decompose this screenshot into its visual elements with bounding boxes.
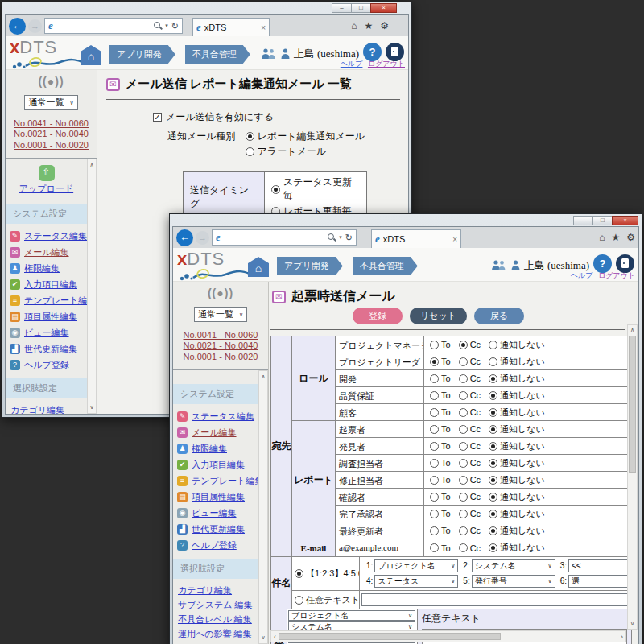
sidebar-item-label[interactable]: 入力項目編集 bbox=[192, 459, 245, 471]
subject-select-2[interactable]: システム名∨ bbox=[472, 559, 555, 572]
notify-option-none[interactable]: 通知しない bbox=[489, 390, 545, 402]
sidebar-item[interactable]: ✎ ステータス編集 bbox=[173, 408, 258, 424]
upload-link[interactable]: アップロード bbox=[19, 184, 73, 193]
subject-select-4[interactable]: ステータス∨ bbox=[374, 575, 458, 588]
horizontal-scrollbar[interactable]: ‹ › bbox=[270, 630, 626, 642]
radio-to[interactable] bbox=[430, 391, 439, 400]
scroll-up-icon[interactable]: ∧ bbox=[630, 327, 634, 333]
sidebar-item-label[interactable]: 項目属性編集 bbox=[24, 311, 77, 323]
sidebar-item-label[interactable]: テンプレート編集 bbox=[24, 295, 87, 307]
radio-to[interactable] bbox=[430, 510, 439, 518]
sidebar-item[interactable]: ✔ 入力項目編集 bbox=[6, 276, 87, 292]
nav-tab[interactable]: アプリ開発 bbox=[277, 257, 343, 275]
scroll-down-icon[interactable]: ∨ bbox=[630, 621, 634, 627]
notify-option-none[interactable]: 通知しない bbox=[489, 542, 545, 554]
sidebar-item[interactable]: ▟ 世代更新編集 bbox=[6, 341, 87, 357]
sidebar-item-label[interactable]: メール編集 bbox=[192, 427, 237, 439]
help-link[interactable]: ヘルプ bbox=[341, 60, 363, 68]
sidebar-item-label[interactable]: メール編集 bbox=[24, 246, 69, 258]
sidebar-item[interactable]: ✔ 入力項目編集 bbox=[173, 456, 258, 473]
page-range-link[interactable]: No.0041 - No.0060 bbox=[14, 118, 89, 128]
radio-cc[interactable] bbox=[459, 341, 468, 349]
help-link[interactable]: ヘルプ bbox=[571, 271, 593, 279]
subject-select-5[interactable]: 発行番号∨ bbox=[472, 575, 555, 588]
radio-to[interactable] bbox=[430, 459, 439, 468]
search-icon[interactable] bbox=[154, 22, 162, 30]
notify-option-to[interactable]: To bbox=[430, 424, 451, 434]
scroll-down-icon[interactable]: ∨ bbox=[89, 404, 93, 411]
sidebar-item[interactable]: ◉ ビュー編集 bbox=[6, 324, 87, 341]
logout-link[interactable]: ログアウト bbox=[598, 271, 635, 279]
minimize-button[interactable]: – bbox=[573, 216, 593, 225]
gear-icon[interactable]: ⚙ bbox=[380, 20, 389, 31]
radio-to[interactable] bbox=[430, 442, 439, 451]
page-range-link[interactable]: No.0021 - No.0040 bbox=[184, 341, 258, 350]
radio-to[interactable] bbox=[430, 341, 439, 349]
sidebar-item-label[interactable]: 運用への影響 編集 bbox=[178, 629, 252, 638]
maximize-button[interactable]: □ bbox=[592, 216, 613, 225]
radio-none[interactable] bbox=[489, 526, 497, 535]
notify-option-cc[interactable]: Cc bbox=[459, 526, 481, 535]
star-icon[interactable]: ★ bbox=[611, 232, 620, 243]
radio-cc[interactable] bbox=[459, 374, 468, 383]
sidebar-item-label[interactable]: 権限編集 bbox=[24, 262, 60, 275]
notify-option-none[interactable]: 通知しない bbox=[489, 339, 545, 351]
home-icon[interactable]: ⌂ bbox=[599, 232, 605, 243]
forward-icon[interactable]: → bbox=[196, 231, 209, 245]
radio-cc[interactable] bbox=[459, 408, 468, 417]
sidebar-item-label[interactable]: カテゴリ編集 bbox=[10, 405, 64, 415]
radio-to[interactable] bbox=[430, 357, 439, 366]
notify-option-none[interactable]: 通知しない bbox=[489, 525, 545, 537]
scroll-left-icon[interactable]: ‹ bbox=[274, 633, 276, 641]
sidebar-item-label[interactable]: ヘルプ登録 bbox=[192, 539, 237, 551]
radio-none[interactable] bbox=[489, 459, 497, 468]
radio-cc[interactable] bbox=[459, 493, 468, 502]
forward-icon[interactable]: → bbox=[28, 19, 42, 33]
timing-radio[interactable] bbox=[271, 185, 280, 194]
radio-none[interactable] bbox=[489, 510, 497, 518]
sidebar-item[interactable]: ◉ ビュー編集 bbox=[173, 505, 258, 521]
star-icon[interactable]: ★ bbox=[364, 20, 373, 31]
radio-none[interactable] bbox=[489, 493, 497, 502]
radio-to[interactable] bbox=[430, 408, 439, 417]
radio-cc[interactable] bbox=[459, 543, 468, 552]
tab-close-icon[interactable]: × bbox=[452, 235, 457, 244]
tab-xdts[interactable]: e xDTS × bbox=[192, 18, 270, 36]
nav-tab[interactable]: 不具合管理 bbox=[185, 45, 250, 64]
radio-none[interactable] bbox=[489, 543, 497, 552]
sidebar-item-label[interactable]: 項目属性編集 bbox=[192, 491, 245, 503]
nav-tab[interactable]: アプリ開発 bbox=[109, 45, 175, 64]
scroll-right-icon[interactable]: › bbox=[621, 633, 623, 641]
address-bar[interactable]: e ▾ ↻ bbox=[44, 18, 183, 34]
notify-option-to[interactable]: To bbox=[430, 509, 451, 518]
subject-select-1[interactable]: プロジェクト名∨ bbox=[374, 559, 458, 572]
sidebar-item[interactable]: ? ヘルプ登録 bbox=[173, 537, 258, 553]
tab-xdts[interactable]: e xDTS × bbox=[371, 229, 461, 248]
radio-none[interactable] bbox=[489, 357, 497, 366]
sidebar-scrollbar[interactable]: ∧ ∨ bbox=[258, 370, 268, 644]
enable-mail-checkbox[interactable] bbox=[153, 113, 162, 122]
page-range-link[interactable]: No.0041 - No.0060 bbox=[184, 330, 258, 340]
notify-option-to[interactable]: To bbox=[430, 407, 451, 417]
search-icon[interactable] bbox=[328, 233, 336, 242]
scroll-up-icon[interactable]: ∧ bbox=[89, 162, 93, 168]
radio-cc[interactable] bbox=[459, 425, 468, 434]
notify-option-cc[interactable]: Cc bbox=[459, 424, 481, 434]
mail-type-radio[interactable] bbox=[246, 132, 254, 141]
notify-option-to[interactable]: To bbox=[430, 543, 451, 553]
notify-option-none[interactable]: 通知しない bbox=[489, 491, 545, 503]
radio-none[interactable] bbox=[489, 425, 497, 434]
notify-option-cc[interactable]: Cc bbox=[459, 543, 481, 553]
notify-option-cc[interactable]: Cc bbox=[459, 458, 481, 468]
notify-option-to[interactable]: To bbox=[430, 441, 451, 451]
notify-option-none[interactable]: 通知しない bbox=[489, 356, 545, 368]
page-range-link[interactable]: No.0021 - No.0040 bbox=[14, 129, 89, 138]
action-button[interactable]: 戻る bbox=[474, 308, 524, 324]
radio-none[interactable] bbox=[489, 374, 497, 383]
sidebar-item-label[interactable]: カテゴリ編集 bbox=[178, 585, 232, 595]
upload-icon[interactable]: ⇧ bbox=[39, 165, 55, 181]
notify-option-none[interactable]: 通知しない bbox=[489, 508, 545, 520]
home-icon[interactable]: ⌂ bbox=[351, 20, 357, 31]
view-select[interactable]: 通常一覧 ∨ bbox=[194, 307, 247, 322]
subject-free-input[interactable] bbox=[361, 593, 638, 606]
